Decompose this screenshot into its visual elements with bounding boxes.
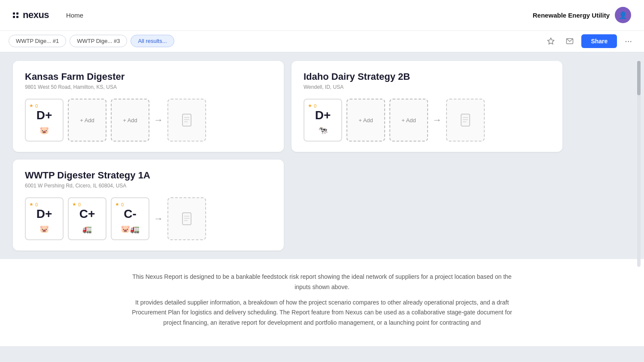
- pig-truck-icon-wwtp: 🐷🚛: [121, 224, 140, 234]
- tab-wwtp-1[interactable]: WWTP Dige... #1: [9, 35, 66, 47]
- footer-text: This Nexus Report is designed to be a ba…: [0, 259, 644, 346]
- add-item-idaho-2[interactable]: + Add: [389, 99, 428, 142]
- add-item-kansas-1[interactable]: + Add: [68, 99, 106, 142]
- report-doc-icon-idaho: [459, 113, 471, 127]
- scrollbar-thumb: [637, 61, 641, 95]
- report-doc-icon: [181, 113, 193, 127]
- add-item-kansas-2[interactable]: + Add: [111, 99, 149, 142]
- user-label: Renewable Energy Utility: [533, 12, 610, 19]
- grade-badge-wwtp-2: ★0: [72, 202, 81, 207]
- arrow-icon-kansas: →: [154, 115, 163, 126]
- scrollbar-track[interactable]: [637, 61, 641, 267]
- logo-dots: [13, 12, 18, 18]
- card-idaho-title: Idaho Dairy Strategy 2B: [304, 71, 550, 82]
- grade-text-wwtp-1: D+: [36, 207, 52, 221]
- pig-icon-kansas: 🐷: [39, 126, 49, 135]
- share-button[interactable]: Share: [581, 34, 617, 48]
- report-item-idaho[interactable]: [446, 99, 485, 142]
- cow-icon-idaho: 🐄: [318, 126, 328, 135]
- star-button[interactable]: [544, 34, 558, 48]
- header-right: Renewable Energy Utility 👤: [533, 7, 631, 23]
- report-item-kansas[interactable]: [167, 99, 206, 142]
- footer-paragraph-2: It provides detailed supplier informatio…: [129, 298, 515, 328]
- grade-item-idaho[interactable]: ★0 D+ 🐄: [304, 99, 342, 142]
- tabs-bar: WWTP Dige... #1 WWTP Dige... #3 All resu…: [0, 30, 644, 52]
- grade-item-wwtp-3[interactable]: ★0 C- 🐷🚛: [111, 197, 149, 240]
- more-options-button[interactable]: ···: [621, 34, 635, 48]
- card-idaho: Idaho Dairy Strategy 2B Wendell, ID, USA…: [292, 61, 562, 152]
- grade-badge-kansas: ★0: [29, 103, 38, 109]
- card-kansas-address: 9801 West 50 Road, Hamilton, KS, USA: [25, 84, 272, 90]
- header-left: nexus Home: [13, 9, 83, 21]
- pig-icon-wwtp: 🐷: [39, 224, 49, 234]
- card-wwtp: WWTP Digester Strategy 1A 6001 W Pershin…: [13, 160, 284, 250]
- grade-badge-wwtp-3: ★0: [115, 202, 124, 207]
- grade-text-idaho: D+: [315, 109, 331, 122]
- add-item-idaho-1[interactable]: + Add: [346, 99, 385, 142]
- avatar-icon: 👤: [619, 11, 627, 19]
- card-idaho-address: Wendell, ID, USA: [304, 84, 550, 90]
- grade-text-wwtp-3: C-: [124, 207, 137, 221]
- strategy-row-kansas: ★0 D+ 🐷 + Add + Add →: [25, 99, 272, 142]
- mail-button[interactable]: [562, 34, 577, 48]
- grade-item-wwtp-1[interactable]: ★0 D+ 🐷: [25, 197, 64, 240]
- logo[interactable]: nexus: [13, 9, 49, 21]
- grade-text-kansas: D+: [36, 109, 52, 122]
- strategy-row-idaho: ★0 D+ 🐄 + Add + Add →: [304, 99, 550, 142]
- report-doc-icon-wwtp: [181, 212, 193, 226]
- grade-item-kansas[interactable]: ★0 D+ 🐷: [25, 99, 64, 142]
- main-content: Kansas Farm Digester 9801 West 50 Road, …: [0, 52, 644, 259]
- grade-text-wwtp-2: C+: [79, 207, 95, 221]
- grade-badge-idaho: ★0: [308, 103, 316, 109]
- report-item-wwtp[interactable]: [167, 197, 206, 240]
- arrow-icon-wwtp: →: [154, 213, 163, 224]
- strategy-row-wwtp: ★0 D+ 🐷 ★0 C+ 🚛 ★0: [25, 197, 272, 240]
- header: nexus Home Renewable Energy Utility 👤: [0, 0, 644, 30]
- cards-grid: Kansas Farm Digester 9801 West 50 Road, …: [13, 61, 562, 250]
- mail-icon: [566, 37, 574, 45]
- grade-item-wwtp-2[interactable]: ★0 C+ 🚛: [68, 197, 106, 240]
- card-wwtp-title: WWTP Digester Strategy 1A: [25, 170, 272, 181]
- card-kansas-title: Kansas Farm Digester: [25, 71, 272, 82]
- footer-paragraph-1: This Nexus Report is designed to be a ba…: [129, 272, 515, 293]
- truck-icon-wwtp: 🚛: [82, 224, 92, 234]
- star-icon: [547, 37, 555, 45]
- card-wwtp-address: 6001 W Pershing Rd, Cicero, IL 60804, US…: [25, 183, 272, 189]
- svg-marker-0: [548, 38, 554, 44]
- tab-actions: Share ···: [544, 34, 635, 48]
- card-kansas: Kansas Farm Digester 9801 West 50 Road, …: [13, 61, 284, 152]
- tab-all-results[interactable]: All results...: [131, 35, 174, 47]
- nav-home[interactable]: Home: [66, 12, 83, 19]
- arrow-icon-idaho: →: [432, 115, 442, 126]
- tab-wwtp-3[interactable]: WWTP Dige... #3: [70, 35, 127, 47]
- grade-badge-wwtp-1: ★0: [29, 202, 38, 207]
- user-avatar[interactable]: 👤: [615, 7, 631, 23]
